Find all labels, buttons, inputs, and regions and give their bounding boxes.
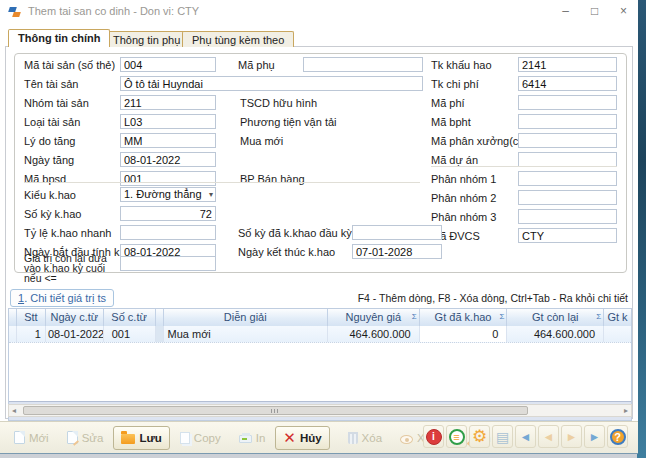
sigma-icon[interactable]: Σ xyxy=(412,312,417,322)
last-record-icon: ► xyxy=(589,430,601,444)
new-button-label: Mới xyxy=(29,432,49,444)
label-tk-chi-phi: Tk chi phí xyxy=(431,77,479,91)
new-document-icon xyxy=(14,431,25,444)
toolbar-icon-group: i ≡ ⚙ ▤ ◄ ◄ ► ► ? xyxy=(423,425,628,448)
previous-record-button[interactable]: ◄ xyxy=(538,425,559,448)
so-ky-da-khao-input[interactable] xyxy=(352,225,442,240)
grid-header-gt-k[interactable]: Gt k xyxy=(604,309,631,326)
ma-dvcs-input[interactable] xyxy=(518,228,617,243)
ma-du-an-input[interactable] xyxy=(518,152,617,167)
horizontal-scrollbar[interactable]: ◂ ▸ xyxy=(8,404,632,417)
grid-header-spacer xyxy=(156,309,164,326)
menu-icon: ≡ xyxy=(449,429,465,445)
label-ma-bpht: Mã bpht xyxy=(431,115,471,129)
tk-khau-hao-input[interactable] xyxy=(518,57,617,72)
label-phan-nhom-2: Phân nhóm 2 xyxy=(431,191,496,205)
cell-stt[interactable]: 1 xyxy=(17,326,46,342)
label-ten-tai-san: Tên tài sản xyxy=(24,77,78,91)
ma-phi-input[interactable] xyxy=(518,95,617,110)
grid-header-gutter xyxy=(9,309,17,326)
tab-phu-tung-kem-theo[interactable]: Phụ tùng kèm theo xyxy=(182,31,294,47)
scroll-right-arrow-icon[interactable]: ▸ xyxy=(621,405,631,416)
settings-button[interactable]: ⚙ xyxy=(469,425,490,448)
grid-header-nguyen-gia[interactable]: Nguyên giá Σ xyxy=(328,309,420,326)
detail-tab-chi-tiet-gia-tri[interactable]: 1. Chi tiết giá trị ts xyxy=(10,289,114,307)
next-record-button[interactable]: ► xyxy=(561,425,582,448)
label-loai-tai-san: Loại tài sản xyxy=(24,115,80,129)
ma-bpsd-input[interactable] xyxy=(120,171,216,186)
close-button[interactable]: × xyxy=(609,0,638,22)
right-column-separator xyxy=(431,166,617,167)
first-record-button[interactable]: ◄ xyxy=(515,425,536,448)
phan-nhom-3-input[interactable] xyxy=(518,209,617,224)
cell-so-ctu[interactable]: 001 xyxy=(104,326,156,342)
info-button[interactable]: i xyxy=(423,425,444,448)
sigma-icon[interactable]: Σ xyxy=(596,312,601,322)
menu-button[interactable]: ≡ xyxy=(446,425,467,448)
printer-icon xyxy=(239,435,252,443)
ngay-ket-thuc-input[interactable] xyxy=(352,244,442,259)
cancel-button[interactable]: ✕ Hủy xyxy=(275,426,329,450)
delete-button[interactable]: Xóa xyxy=(340,426,390,450)
label-nhom-tai-san: Nhóm tài sản xyxy=(24,96,89,110)
title-bar: Them tai san co dinh - Don vi: CTY – □ × xyxy=(0,0,638,24)
print-button[interactable]: In xyxy=(231,426,274,450)
label-ly-do-tang: Lý do tăng xyxy=(24,134,75,148)
trash-icon xyxy=(348,432,358,444)
label-ngay-tang: Ngày tăng xyxy=(24,153,74,167)
cell-dien-giai[interactable]: Mua mới xyxy=(164,326,328,342)
loai-tai-san-input[interactable] xyxy=(120,114,216,129)
ma-bpht-input[interactable] xyxy=(518,114,617,129)
maximize-button[interactable]: □ xyxy=(580,0,609,22)
ma-tai-san-input[interactable] xyxy=(120,57,216,72)
screen: Them tai san co dinh - Don vi: CTY – □ ×… xyxy=(0,0,646,458)
cell-gt-k[interactable] xyxy=(604,326,631,342)
save-button[interactable]: Lưu xyxy=(113,426,169,450)
notes-button[interactable]: ▤ xyxy=(492,425,513,448)
phan-nhom-2-input[interactable] xyxy=(518,190,617,205)
scroll-left-arrow-icon[interactable]: ◂ xyxy=(9,405,19,416)
grid-header-stt[interactable]: Stt xyxy=(17,309,46,326)
grid-empty-area[interactable] xyxy=(9,343,631,401)
kieu-khao-value: 1. Đường thẳng xyxy=(124,188,202,200)
ma-phu-input[interactable] xyxy=(303,57,423,72)
sigma-icon[interactable]: Σ xyxy=(499,312,504,322)
grid-header-so-ctu[interactable]: Số c.từ xyxy=(104,309,156,326)
copy-button[interactable]: Copy xyxy=(172,426,229,450)
window-title: Them tai san co dinh - Don vi: CTY xyxy=(28,5,199,17)
ten-tai-san-input[interactable] xyxy=(120,76,423,91)
cell-gt-da-khao[interactable]: 0 xyxy=(420,326,508,342)
so-ky-khao-input[interactable] xyxy=(120,206,216,221)
ma-phan-xuong-input[interactable] xyxy=(518,133,617,148)
help-button[interactable]: ? xyxy=(607,425,628,448)
cell-gt-con-lai[interactable]: 464.600.000 xyxy=(507,326,604,342)
tk-chi-phi-input[interactable] xyxy=(518,76,617,91)
grid-header-gt-con-lai[interactable]: Gt còn lại Σ xyxy=(507,309,604,326)
grid-header-ngay-ctu[interactable]: Ngày c.từ xyxy=(46,309,104,326)
label-ma-tai-san: Mã tài sản (số thẻ) xyxy=(24,58,115,72)
cell-nguyen-gia[interactable]: 464.600.000 xyxy=(328,326,420,342)
scrollbar-thumb[interactable] xyxy=(23,406,528,415)
ngay-tang-input[interactable] xyxy=(120,152,216,167)
tab-thong-tin-chinh[interactable]: Thông tin chính xyxy=(8,29,110,47)
ly-do-tang-input[interactable] xyxy=(120,133,216,148)
last-record-button[interactable]: ► xyxy=(584,425,605,448)
edit-button[interactable]: Sửa xyxy=(59,426,112,450)
gia-tri-con-lai-input[interactable] xyxy=(120,256,216,271)
nhom-tai-san-input[interactable] xyxy=(120,95,216,110)
ty-le-khao-input[interactable] xyxy=(120,225,216,240)
grid-header-gt-da-khao-label: Gt đã k.hao xyxy=(435,311,492,323)
new-button[interactable]: Mới xyxy=(6,426,57,450)
grid-header-gt-da-khao[interactable]: Gt đã k.hao Σ xyxy=(420,309,508,326)
table-row[interactable]: 1 08-01-2022 001 Mua mới 464.600.000 0 4… xyxy=(9,326,631,343)
kieu-khao-select[interactable]: 1. Đường thẳng ▾ xyxy=(120,187,216,202)
tab-thong-tin-phu[interactable]: Thông tin phụ xyxy=(103,31,190,47)
help-icon: ? xyxy=(610,429,626,445)
phan-nhom-1-input[interactable] xyxy=(518,171,617,186)
scrollbar-grip xyxy=(271,409,280,413)
minimize-button[interactable]: – xyxy=(551,0,580,22)
grid-header-dien-giai[interactable]: Diễn giải xyxy=(164,309,328,326)
chevron-down-icon: ▾ xyxy=(209,188,213,201)
cell-ngay-ctu[interactable]: 08-01-2022 xyxy=(46,326,104,342)
edit-button-label: Sửa xyxy=(82,432,104,444)
